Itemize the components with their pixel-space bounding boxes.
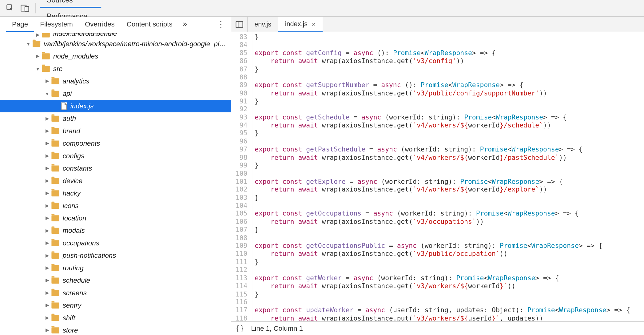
navigator-menu-icon[interactable]: ⋮ <box>211 19 231 29</box>
svg-rect-3 <box>236 21 243 27</box>
folder--push-notifications[interactable]: ▶push-notifications <box>0 249 231 261</box>
folder-shift[interactable]: ▶shift <box>0 311 231 324</box>
folder-screens[interactable]: ▶screens <box>0 286 231 299</box>
chevron-right-icon[interactable]: ▶ <box>45 277 50 283</box>
chevron-right-icon[interactable]: ▶ <box>45 203 50 208</box>
nav-tab-filesystem[interactable]: Filesystem <box>34 17 79 32</box>
chevron-right-icon[interactable]: ▶ <box>45 190 50 196</box>
tree-row-cut[interactable]: ▶index.android.bundle <box>0 33 231 37</box>
folder-configs[interactable]: ▶configs <box>0 149 231 162</box>
chevron-right-icon[interactable]: ▶ <box>45 128 50 134</box>
code-content[interactable]: } export const getConfig = async (): Pro… <box>252 32 630 321</box>
file-tree[interactable]: ▶index.android.bundle▼var/lib/jenkins/wo… <box>0 32 231 335</box>
folder-location[interactable]: ▶location <box>0 212 231 224</box>
folder-icon <box>33 41 40 47</box>
chevron-right-icon[interactable]: ▶ <box>45 327 50 333</box>
tree-label: auth <box>63 115 76 122</box>
folder-icons[interactable]: ▶icons <box>0 199 231 212</box>
editor-tab-env-js[interactable]: env.js <box>248 17 278 32</box>
folder-node-modules[interactable]: ▶node_modules <box>0 50 231 62</box>
code-editor[interactable]: 8384858687888990919293949596979899100101… <box>231 32 644 321</box>
folder-src[interactable]: ▼src <box>0 62 231 75</box>
chevron-right-icon[interactable]: ▶ <box>45 302 50 308</box>
folder-icon <box>51 178 59 184</box>
folder-constants[interactable]: ▶constants <box>0 162 231 174</box>
tree-label: store <box>63 326 78 334</box>
folder-sentry[interactable]: ▶sentry <box>0 299 231 311</box>
editor-tab-index-js[interactable]: index.js× <box>278 17 322 32</box>
tree-label: modals <box>63 227 85 234</box>
tree-label: node_modules <box>53 52 98 60</box>
cursor-position: Line 1, Column 1 <box>251 325 303 332</box>
navigator-pane: PageFilesystemOverridesContent scripts »… <box>0 17 231 335</box>
tree-label: routing <box>63 264 84 272</box>
folder-icon <box>51 153 59 159</box>
tree-label: location <box>63 214 86 222</box>
tree-label: analytics <box>63 77 89 85</box>
folder-icon <box>51 240 59 246</box>
device-toggle-icon[interactable] <box>19 2 31 14</box>
tree-label: occupations <box>63 239 99 247</box>
folder-components[interactable]: ▶components <box>0 137 231 149</box>
chevron-right-icon[interactable]: ▶ <box>45 315 50 321</box>
toolbar-separator <box>35 3 35 13</box>
folder-icon <box>51 277 59 283</box>
more-tabs-button[interactable]: » <box>178 20 191 29</box>
folder-icon <box>51 265 59 271</box>
folder-store[interactable]: ▶store <box>0 324 231 335</box>
folder-icon <box>51 91 59 97</box>
panel-tab-sources[interactable]: Sources <box>40 0 101 8</box>
chevron-right-icon[interactable]: ▶ <box>45 290 50 296</box>
chevron-right-icon[interactable]: ▶ <box>45 240 50 246</box>
tree-label: shift <box>63 314 75 321</box>
chevron-down-icon[interactable]: ▼ <box>35 66 40 71</box>
chevron-right-icon[interactable]: ▶ <box>45 153 50 159</box>
folder-icon <box>51 252 59 259</box>
file-index-js[interactable]: index.js <box>0 100 231 112</box>
chevron-right-icon[interactable]: ▶ <box>45 265 50 271</box>
folder-icon <box>51 327 59 333</box>
chevron-right-icon[interactable]: ▶ <box>45 78 50 84</box>
folder-analytics[interactable]: ▶analytics <box>0 75 231 87</box>
tree-label: sentry <box>63 301 81 309</box>
chevron-right-icon[interactable]: ▶ <box>45 165 50 171</box>
chevron-right-icon[interactable]: ▶ <box>45 252 50 258</box>
folder-modals[interactable]: ▶modals <box>0 224 231 236</box>
folder-icon <box>51 190 59 196</box>
chevron-right-icon[interactable]: ▶ <box>45 115 50 121</box>
nav-tab-page[interactable]: Page <box>6 17 34 32</box>
chevron-right-icon[interactable]: ▶ <box>45 228 50 233</box>
folder-routing[interactable]: ▶routing <box>0 262 231 274</box>
show-navigator-icon[interactable] <box>231 17 248 32</box>
folder-icon <box>51 78 59 84</box>
nav-tab-overrides[interactable]: Overrides <box>79 17 121 32</box>
chevron-right-icon[interactable]: ▶ <box>45 140 50 146</box>
close-icon[interactable]: × <box>312 20 316 28</box>
folder-icon <box>51 215 59 221</box>
nav-tab-content-scripts[interactable]: Content scripts <box>121 17 178 32</box>
file-icon <box>61 102 67 110</box>
folder-hacky[interactable]: ▶hacky <box>0 187 231 199</box>
folder-icon <box>51 290 59 296</box>
chevron-down-icon[interactable]: ▼ <box>26 41 31 46</box>
chevron-down-icon[interactable]: ▼ <box>45 91 50 96</box>
tree-label: index.js <box>70 102 94 110</box>
pretty-print-icon[interactable]: { } <box>237 324 243 333</box>
folder-brand[interactable]: ▶brand <box>0 125 231 137</box>
folder-var-lib-jenkins[interactable]: ▼var/lib/jenkins/workspace/metro-minion-… <box>0 37 231 50</box>
chevron-right-icon[interactable]: ▶ <box>45 215 50 221</box>
tree-label: api <box>63 90 72 97</box>
tree-label: push-notifications <box>63 252 116 259</box>
folder-auth[interactable]: ▶auth <box>0 112 231 124</box>
inspect-icon[interactable] <box>4 2 16 14</box>
folder-api[interactable]: ▼api <box>0 87 231 99</box>
folder-device[interactable]: ▶device <box>0 174 231 187</box>
tree-label: src <box>53 65 62 72</box>
chevron-right-icon[interactable]: ▶ <box>45 178 50 184</box>
chevron-right-icon[interactable]: ▶ <box>35 53 40 59</box>
tree-label: schedule <box>63 276 90 284</box>
folder-occupations[interactable]: ▶occupations <box>0 237 231 249</box>
folder-icon <box>51 165 59 171</box>
folder-schedule[interactable]: ▶schedule <box>0 274 231 286</box>
editor-tab-bar: env.jsindex.js× <box>231 17 644 32</box>
